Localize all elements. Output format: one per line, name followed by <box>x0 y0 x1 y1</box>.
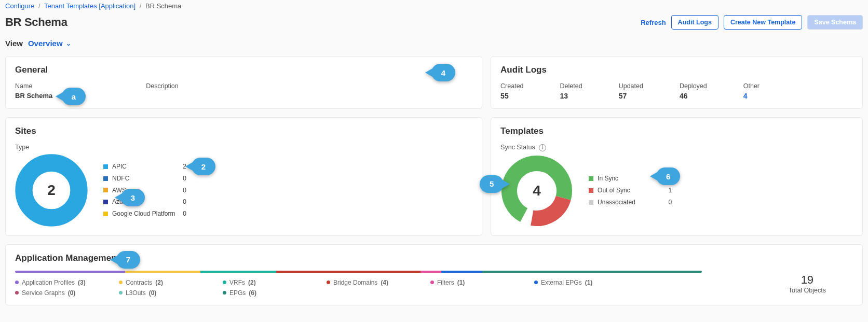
appmgmt-legend-item: EPGs (6) <box>223 289 327 297</box>
legend-item: NDFC0 <box>103 173 186 185</box>
chevron-down-icon: ⌄ <box>66 40 71 47</box>
callout-a: a <box>62 88 86 105</box>
appmgmt-title: Application Management 7 <box>15 253 119 263</box>
appmgmt-legend-item: Application Profiles (3) <box>15 279 119 286</box>
audit-value[interactable]: 4 <box>743 92 760 100</box>
bar-segment <box>125 271 201 273</box>
sites-donut-chart: 2 <box>15 154 88 227</box>
callout-5: 5 <box>480 175 504 193</box>
info-icon[interactable]: i <box>539 144 546 151</box>
audit-logs-button[interactable]: Audit Logs <box>671 15 718 30</box>
breadcrumb-configure[interactable]: Configure <box>5 2 34 10</box>
sites-title: Sites <box>15 126 472 136</box>
total-objects-label: Total Objects <box>789 287 826 294</box>
audit-label: Created <box>500 82 523 90</box>
bar-segment <box>200 271 276 273</box>
appmgmt-legend-item: Contracts (2) <box>119 279 223 286</box>
audit-label: Other <box>743 82 760 90</box>
general-title: General <box>15 65 472 75</box>
sites-card: Sites Type 2 2 3 APIC2NDFC0AWS0Azure0Goo… <box>5 117 482 236</box>
legend-item: APIC2 <box>103 161 186 173</box>
audit-value: 57 <box>619 92 643 100</box>
appmgmt-legend-item: VRFs (2) <box>223 279 327 286</box>
appmgmt-legend-item: Filters (1) <box>430 279 534 286</box>
callout-3: 3 <box>121 189 145 206</box>
bar-segment <box>441 271 482 273</box>
bar-segment <box>276 271 421 273</box>
sites-type-label: Type <box>15 144 472 151</box>
legend-item: Out of Sync1 <box>589 185 672 197</box>
sites-total: 2 <box>15 154 88 227</box>
breadcrumb-tenant-templates[interactable]: Tenant Templates [Application] <box>44 2 135 10</box>
audit-value: 13 <box>560 92 582 100</box>
appmgmt-bar-chart <box>15 271 702 273</box>
legend-item: Unassociated0 <box>589 197 672 208</box>
general-name-value: BR Schema <box>15 92 52 100</box>
general-desc-label: Description <box>146 82 179 90</box>
audit-label: Updated <box>619 82 643 90</box>
breadcrumb: Configure / Tenant Templates [Applicatio… <box>5 2 863 10</box>
breadcrumb-current: BR Schema <box>145 2 181 10</box>
audit-value: 55 <box>500 92 523 100</box>
audit-label: Deleted <box>560 82 582 90</box>
templates-donut-chart: 4 <box>500 155 573 227</box>
audit-label: Deployed <box>680 82 707 90</box>
general-name-label: Name <box>15 82 52 90</box>
templates-card: Templates Sync Status i 5 4 6 <box>491 117 863 236</box>
view-dropdown[interactable]: Overview ⌄ <box>28 39 71 48</box>
bar-segment <box>421 271 441 273</box>
callout-7: 7 <box>116 251 140 269</box>
general-card: 4 General Name BR Schema a Description <box>5 56 482 109</box>
page-title: BR Schema <box>5 16 67 29</box>
app-management-card: Application Management 7 Application Pro… <box>5 244 863 305</box>
callout-2: 2 <box>192 158 215 175</box>
templates-sync-label: Sync Status i <box>500 144 853 151</box>
audit-logs-card: Audit Logs Created 55Deleted 13Updated 5… <box>491 56 863 109</box>
audit-value: 46 <box>680 92 707 100</box>
legend-item: Google Cloud Platform0 <box>103 208 186 220</box>
create-template-button[interactable]: Create New Template <box>724 15 803 30</box>
bar-segment <box>15 271 125 273</box>
appmgmt-legend-item: Bridge Domains (4) <box>327 279 430 286</box>
appmgmt-legend-item: L3Outs (0) <box>119 289 223 297</box>
appmgmt-legend-item: Service Graphs (0) <box>15 289 119 297</box>
templates-title: Templates <box>500 126 853 136</box>
callout-6: 6 <box>656 167 680 185</box>
total-objects: 19 Total Objects <box>789 273 826 294</box>
auditlogs-title: Audit Logs <box>500 65 853 75</box>
templates-total: 4 <box>500 155 573 227</box>
save-schema-button: Save Schema <box>807 15 863 30</box>
callout-4: 4 <box>431 64 455 81</box>
view-label: View <box>5 39 23 48</box>
appmgmt-legend-item: External EPGs (1) <box>534 279 638 286</box>
total-objects-value: 19 <box>789 273 826 287</box>
refresh-button[interactable]: Refresh <box>641 19 666 26</box>
bar-segment <box>482 271 702 273</box>
view-value: Overview <box>28 39 63 48</box>
